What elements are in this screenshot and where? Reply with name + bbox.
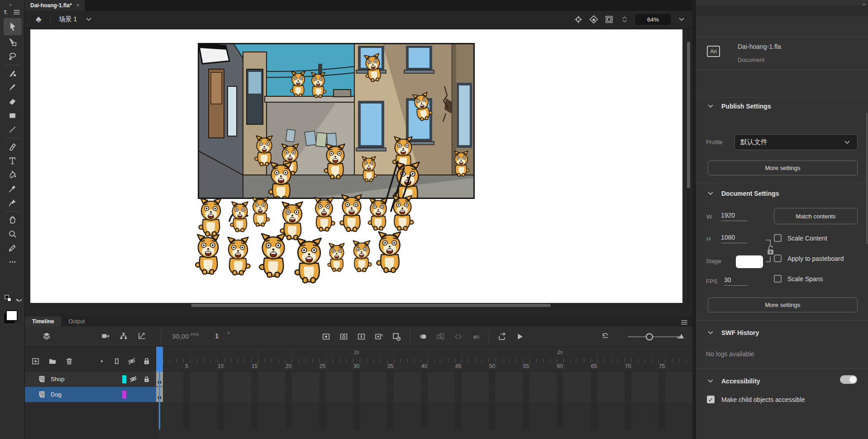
onion-button[interactable] (418, 332, 428, 341)
edit-bar: ♣ 场景 1 64% (25, 11, 692, 28)
close-tab-icon[interactable]: × (76, 2, 79, 9)
free-transform-tool[interactable] (4, 35, 22, 49)
accessibility-toggle[interactable] (840, 375, 857, 384)
playhead[interactable] (156, 347, 163, 372)
layer-depth-icon[interactable] (137, 331, 146, 340)
panel-menu-icon[interactable] (12, 8, 21, 17)
make-child-accessible-label: Make child objects accessible (721, 396, 805, 403)
zoom-tool[interactable] (4, 227, 22, 241)
docset-more-settings-button[interactable]: More settings (708, 297, 858, 312)
ruler-frame-number: 15 (252, 363, 258, 369)
document-tab[interactable]: Dai-hoang-1.fla* × (25, 0, 85, 11)
frameins-button[interactable] (357, 332, 366, 341)
selection-tool[interactable] (4, 18, 22, 35)
make-child-accessible-checkbox[interactable]: ✓ (707, 396, 715, 403)
fps-input[interactable]: 30 (724, 276, 748, 286)
zoom-dropdown-chevron-icon[interactable] (677, 15, 686, 24)
layer-lock-icon[interactable] (140, 375, 153, 383)
asset-warp-tool[interactable] (4, 196, 22, 210)
layer-color-chip (122, 375, 126, 383)
layer-view-icon[interactable] (42, 331, 51, 340)
properties-scrollbar[interactable] (866, 113, 868, 244)
layer-hidden-icon[interactable] (126, 375, 140, 383)
playhead-line (159, 372, 160, 430)
fluid-brush-tool[interactable] (4, 66, 22, 80)
classic-brush-tool[interactable] (4, 80, 22, 94)
snapping-toggles (696, 70, 868, 98)
publish-settings-header[interactable]: Publish Settings (706, 102, 771, 111)
markers-button[interactable] (453, 332, 463, 341)
timeline-tab-timeline[interactable]: Timeline (25, 316, 61, 326)
column-dotcol-icon[interactable] (97, 357, 106, 366)
loop-button[interactable] (497, 332, 507, 341)
kf-button[interactable] (321, 332, 331, 341)
width-input[interactable]: 1920 (721, 212, 747, 221)
scale-spans-checkbox[interactable] (774, 275, 782, 283)
accessibility-header[interactable]: Accessibility (706, 377, 760, 386)
framedel-button[interactable] (392, 332, 401, 341)
timeline-ruler[interactable]: 510152025303540455055606570751s2s (156, 347, 692, 372)
trash-icon[interactable] (65, 357, 74, 366)
layer-parenting-icon[interactable] (119, 331, 128, 340)
multiframe-button[interactable] (436, 332, 445, 341)
column-lock-icon[interactable] (142, 357, 151, 366)
document-settings-header[interactable]: Document Settings (706, 189, 779, 198)
addlayer-icon[interactable] (31, 357, 40, 366)
reset-timeline-zoom-icon[interactable] (601, 331, 610, 340)
lasso-tool[interactable] (4, 49, 22, 63)
default-colors-icon[interactable] (4, 294, 13, 303)
folder-icon[interactable] (48, 357, 57, 366)
canvas-horizontal-scrollbar[interactable] (30, 303, 682, 307)
stage-color-swatch[interactable] (736, 255, 763, 268)
frame-rate-value[interactable]: 30,00 FPS (172, 332, 199, 340)
height-input[interactable]: 1080 (721, 234, 747, 243)
frame-size-icon[interactable] (676, 331, 685, 340)
pencil-tool[interactable] (4, 241, 22, 255)
swap-colors-icon[interactable] (14, 294, 24, 303)
fps-label: FPS (706, 278, 717, 285)
timeline-tab-output[interactable]: Output (61, 316, 92, 326)
shiftf-button[interactable] (471, 332, 481, 341)
play-button[interactable] (515, 332, 525, 341)
camera-icon[interactable] (101, 331, 110, 340)
kfblank-button[interactable] (339, 332, 348, 341)
kfauto-button[interactable]: A (374, 332, 384, 341)
more-tools[interactable] (4, 255, 22, 269)
pen-tool[interactable] (4, 140, 22, 154)
scale-content-checkbox[interactable] (774, 234, 782, 242)
profile-select[interactable]: 默认文件 (734, 134, 858, 150)
paint-bucket-tool[interactable] (4, 168, 22, 182)
scene-icon: ♣ (36, 14, 41, 24)
current-frame-value[interactable]: 1 (215, 332, 219, 340)
center-stage-icon[interactable] (574, 15, 583, 24)
rotation-tool-icon[interactable] (589, 15, 598, 24)
canvas-vertical-scrollbar[interactable] (687, 29, 691, 303)
swf-history-header[interactable]: SWF History (706, 328, 759, 337)
frames-row-dog[interactable] (156, 387, 692, 402)
eyedropper-tool[interactable] (4, 182, 22, 196)
zoom-level-input[interactable]: 64% (635, 14, 671, 25)
line-tool[interactable] (4, 123, 22, 137)
publish-more-settings-button[interactable]: More settings (708, 160, 858, 175)
zoom-stepper[interactable] (620, 15, 629, 24)
frames-grid[interactable]: 510152025303540455055606570751s2s (156, 347, 692, 439)
layer-row-shop[interactable]: Shop (25, 372, 156, 387)
hand-tool[interactable] (4, 213, 22, 227)
timeline-panel-menu-icon[interactable] (680, 318, 689, 327)
scene-chevron-icon[interactable] (84, 15, 93, 24)
stage[interactable] (30, 29, 682, 303)
fill-color-swatch[interactable] (6, 310, 18, 321)
eraser-tool[interactable] (4, 94, 22, 109)
scene-name[interactable]: 场景 1 (59, 15, 77, 24)
column-eyeoff-icon[interactable] (127, 357, 136, 366)
tools-panel-label: T. (4, 9, 8, 15)
rectangle-tool[interactable] (4, 109, 22, 123)
clip-content-icon[interactable] (605, 15, 614, 24)
text-tool[interactable] (4, 154, 22, 168)
match-contents-button[interactable]: Match contents (774, 208, 858, 224)
layer-row-dog[interactable]: Dog (25, 387, 156, 402)
column-rectcol-icon[interactable] (112, 357, 121, 366)
collapse-panel-icon[interactable]: « (9, 2, 11, 7)
frames-row-shop[interactable] (156, 372, 692, 387)
apply-pasteboard-checkbox[interactable] (774, 255, 782, 262)
